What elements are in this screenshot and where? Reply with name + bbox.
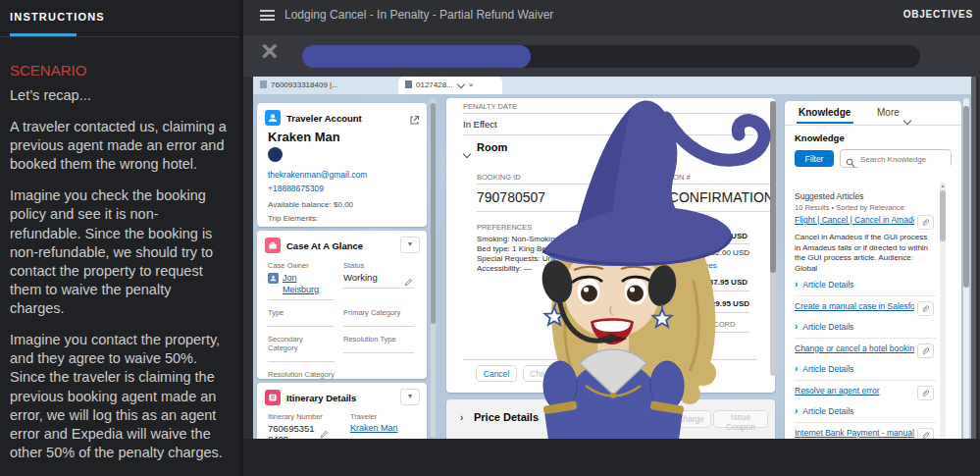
traveler-email-link[interactable]: thekrakenman@gmail.com [268, 170, 367, 180]
console-tab-2-label: 0127428... [416, 80, 453, 89]
article-details-label: Article Details [802, 364, 853, 374]
console-tab-1-label: 7600933318409 |... [271, 80, 338, 89]
suggested-articles-label: Suggested Articles [795, 191, 863, 201]
hamburger-icon[interactable] [260, 10, 275, 21]
resolution-type-label: Resolution Type [343, 335, 396, 344]
paperclip-icon[interactable] [917, 344, 934, 358]
chevron-right-icon: › [795, 405, 798, 416]
article-link[interactable]: Flight | Cancel | Cancel in Amadeus (I [795, 215, 914, 225]
article-details-toggle[interactable]: ›Article Details [795, 279, 936, 290]
chevron-right-icon: › [795, 363, 798, 374]
external-link-icon[interactable] [409, 111, 419, 129]
article-link[interactable]: Change or cancel a hotel booking wh [795, 344, 914, 353]
search-icon [846, 154, 855, 172]
accessibility-value: Accessibility: — [477, 264, 532, 273]
available-balance: Available balance: $0.00 [268, 200, 353, 209]
itinerary-menu-button[interactable]: ▾ [400, 389, 420, 405]
penalty-date-label: PENALTY DATE [463, 102, 517, 111]
case-glance-card: Case At A Glance ▾ Case Owner Jon Meisbu… [257, 231, 427, 379]
tab-knowledge[interactable]: Knowledge [799, 107, 851, 118]
field-underline [268, 326, 335, 327]
scenario-paragraph-3: Imagine you contact the property, and th… [10, 331, 228, 462]
traveler-phone-link[interactable]: +18888675309 [268, 184, 324, 193]
owner-avatar [268, 273, 279, 284]
outer-scrollbar[interactable] [963, 98, 969, 439]
agent-character-illustration [535, 96, 780, 439]
active-tab-underline [797, 122, 853, 124]
itinerary-traveler-label: Traveler [350, 412, 377, 421]
knowledge-scrollbar[interactable]: ▲ [940, 182, 946, 439]
penalty-date-value: In Effect [463, 119, 497, 130]
paperclip-icon[interactable] [917, 428, 934, 439]
article-item: Flight | Cancel | Cancel in Amadeus (I C… [795, 215, 936, 295]
article-details-toggle[interactable]: ›Article Details [795, 405, 936, 416]
tab-more[interactable]: More [877, 107, 900, 118]
search-input[interactable] [858, 151, 951, 168]
case-owner-link-last[interactable]: Meisburg [283, 285, 319, 294]
objectives-toggle[interactable]: OBJECTIVES [903, 9, 973, 20]
booking-id-label: BOOKING ID [477, 173, 521, 182]
article-details-toggle[interactable]: ›Article Details [795, 363, 936, 374]
article-link[interactable]: Internet Bank Payment - manual refu [795, 428, 914, 438]
paperclip-icon[interactable] [917, 215, 934, 230]
itinerary-number-value: 7606953518409 [268, 423, 319, 439]
article-link[interactable]: Resolve an agent error [795, 386, 914, 396]
chevron-right-icon: › [795, 279, 798, 290]
tab-doc-icon [405, 80, 412, 88]
room-section-header[interactable]: Room [477, 141, 507, 153]
secondary-category-label: Secondary Category [268, 335, 319, 352]
knowledge-panel: Knowledge More Knowledge Filter Suggeste… [785, 101, 961, 439]
article-details-label: Article Details [802, 406, 853, 416]
chevron-down-icon [464, 143, 470, 161]
article-snippet: Cancel in Amadeus if the GUI process in … [795, 233, 930, 274]
traveler-account-title: Traveler Account [286, 113, 362, 124]
case-glance-title: Case At A Glance [286, 240, 363, 251]
scenario-heading: SCENARIO [10, 61, 228, 80]
itinerary-traveler-link[interactable]: Kraken Man [350, 423, 398, 433]
price-details-header[interactable]: Price Details [474, 411, 539, 423]
status-label: Status [343, 261, 364, 270]
field-underline [268, 299, 335, 300]
sidebar-active-underline [10, 33, 77, 36]
tab-doc-icon [260, 80, 267, 88]
paperclip-icon[interactable] [917, 301, 934, 316]
edit-icon[interactable] [320, 425, 329, 439]
close-icon[interactable]: × [261, 34, 279, 68]
filter-button[interactable]: Filter [795, 150, 834, 167]
tab-close-icon[interactable]: × [469, 80, 474, 89]
itinerary-title: Itinerary Details [286, 393, 356, 403]
paperclip-icon[interactable] [917, 386, 934, 400]
article-details-toggle[interactable]: ›Article Details [795, 321, 936, 332]
article-link[interactable]: Create a manual case in Salesforce fo [795, 301, 914, 311]
article-details-label: Article Details [802, 322, 853, 332]
trip-elements-label: Trip Elements: [268, 214, 318, 223]
traveler-account-card: Traveler Account Kraken Man thekrakenman… [257, 103, 427, 227]
scroll-up-icon: ▲ [940, 182, 946, 189]
chevron-down-icon [904, 110, 910, 128]
player-strip: × [243, 35, 980, 77]
scenario-paragraph-2: Imagine you check the booking policy and… [10, 186, 228, 318]
top-bar: Lodging Cancel - In Penalty - Partial Re… [243, 0, 980, 31]
field-underline [343, 288, 414, 289]
field-underline [343, 352, 414, 353]
sidebar-header: INSTRUCTIONS [0, 0, 239, 37]
knowledge-search-box [840, 149, 952, 168]
article-item: Resolve an agent error ›Article Details [795, 380, 936, 422]
tab-caret-icon[interactable] [458, 80, 464, 89]
cancel-button[interactable]: Cancel [476, 365, 517, 382]
left-column-scrollbar[interactable] [431, 98, 436, 437]
console-tab-2[interactable]: 0127428...× [398, 77, 502, 94]
user-icon [265, 110, 281, 126]
article-item: Create a manual case in Salesforce fo ›A… [795, 295, 936, 338]
traveler-account-header: Traveler Account [265, 110, 362, 126]
bottom-bar [243, 439, 980, 476]
case-owner-link-first[interactable]: Jon [283, 273, 297, 283]
sidebar-body: SCENARIO Let’s recap... A traveler conta… [0, 37, 239, 476]
console-tab-1[interactable]: 7600933318409 |... [253, 77, 398, 94]
lesson-title: Lodging Cancel - In Penalty - Partial Re… [284, 8, 553, 22]
preferences-label: PREFERENCES [477, 223, 532, 232]
case-menu-button[interactable]: ▾ [400, 237, 420, 253]
browser-tab-strip: 7600933318409 |... 0127428...× [253, 77, 976, 94]
sidebar-title: INSTRUCTIONS [10, 11, 105, 23]
knowledge-heading: Knowledge [795, 132, 845, 143]
